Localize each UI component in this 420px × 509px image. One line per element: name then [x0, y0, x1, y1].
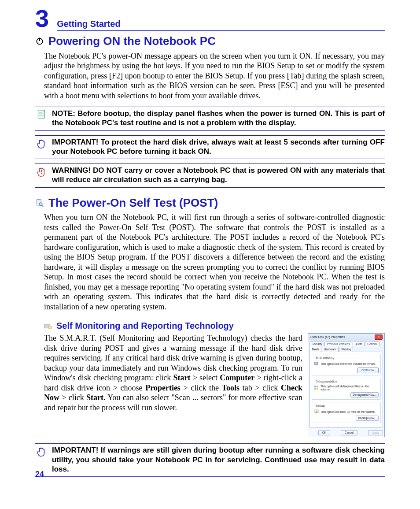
subsection-heading-row: Self Monitoring and Reporting Technology: [44, 320, 385, 331]
defragmentation-group: Defragmentation This option will defragm…: [312, 378, 381, 400]
svg-point-7: [41, 173, 42, 174]
group-title: Defragmentation: [315, 380, 338, 383]
backup-now-button: Backup Now...: [356, 416, 379, 421]
dialog-title: Local Disk (C:) Properties: [310, 335, 345, 339]
section-heading-row: Powering ON the Notebook PC: [35, 34, 385, 48]
important-text: IMPORTANT! If warnings are still given d…: [52, 446, 385, 474]
group-title: Backup: [315, 404, 326, 408]
warning-hand-icon: [37, 166, 46, 178]
group-text: This option will check the volume for er…: [321, 362, 379, 365]
important-callout: IMPORTANT! If warnings are still given d…: [35, 443, 385, 477]
chapter-header: 3 Getting Started: [35, 6, 385, 31]
group-text: This option will defragment files on the…: [321, 385, 379, 391]
section-body: When you turn ON the Notebook PC, it wil…: [44, 212, 385, 312]
section-heading: The Power-On Self Test (POST): [48, 196, 218, 210]
defrag-icon: [314, 385, 319, 390]
properties-dialog-screenshot: Local Disk (C:) Properties × Security Pr…: [308, 333, 385, 437]
tab-sharing: Sharing: [339, 347, 353, 352]
section-heading: Powering ON the Notebook PC: [48, 34, 216, 48]
warning-callout: WARNING! DO NOT carry or cover a Noteboo…: [35, 163, 385, 188]
important-text: IMPORTANT! To protect the hard disk driv…: [52, 137, 385, 156]
dialog-titlebar: Local Disk (C:) Properties ×: [308, 334, 384, 341]
search-document-icon: [35, 198, 44, 207]
power-icon: [35, 37, 44, 45]
important-hand-icon: [37, 446, 46, 457]
subsection-body-row: The S.M.A.R.T. (Self Monitoring and Repo…: [44, 333, 385, 437]
section-body: The Notebook PC's power-ON message appea…: [44, 51, 385, 101]
svg-point-13: [49, 327, 51, 328]
tab-general: General: [365, 342, 379, 346]
chapter-number: 3: [35, 6, 49, 31]
note-callout: NOTE: Before bootup, the display panel f…: [35, 107, 385, 131]
svg-rect-16: [317, 386, 318, 387]
dialog-body: Error-checking This option will check th…: [309, 352, 383, 427]
group-title: Error-checking: [315, 356, 335, 360]
apply-button: Apply: [368, 430, 383, 435]
warning-text: WARNING! DO NOT carry or cover a Noteboo…: [52, 166, 385, 185]
defragment-now-button: Defragment Now...: [350, 392, 379, 398]
svg-rect-17: [314, 388, 316, 390]
tab-previous-versions: Previous Versions: [324, 342, 352, 346]
group-text: This option will back up files on the vo…: [321, 410, 379, 413]
ok-button: OK: [318, 430, 330, 435]
tab-security: Security: [309, 342, 324, 346]
error-checking-group: Error-checking This option will check th…: [312, 354, 381, 375]
tab-tools: Tools: [309, 347, 321, 352]
svg-line-10: [42, 205, 43, 207]
note-text: NOTE: Before bootup, the display panel f…: [52, 109, 385, 128]
backup-icon: [314, 409, 319, 414]
check-disk-icon: [314, 361, 319, 366]
note-icon: [37, 109, 46, 119]
subsection-heading: Self Monitoring and Reporting Technology: [56, 320, 234, 331]
dialog-tab-row: Security Previous Versions Quota General…: [308, 341, 384, 352]
subsection-body: The S.M.A.R.T. (Self Monitoring and Repo…: [44, 333, 302, 437]
tab-hardware: Hardware: [322, 347, 339, 352]
important-hand-icon: [37, 138, 46, 149]
tab-quota: Quota: [353, 342, 365, 346]
manual-page: 3 Getting Started Powering ON the Notebo…: [0, 0, 420, 509]
dialog-footer: OK Cancel Apply: [308, 429, 384, 437]
callout-group: NOTE: Before bootup, the display panel f…: [35, 107, 385, 188]
svg-rect-18: [317, 388, 318, 390]
check-now-button: Check Now...: [357, 368, 379, 373]
backup-group: Backup This option will back up files on…: [312, 402, 381, 423]
svg-rect-15: [314, 386, 316, 387]
svg-rect-8: [37, 199, 41, 205]
cancel-button: Cancel: [341, 430, 357, 435]
chapter-title: Getting Started: [57, 19, 385, 31]
disk-gear-icon: [44, 322, 52, 330]
important-callout: IMPORTANT! To protect the hard disk driv…: [35, 135, 385, 160]
page-number: 24: [35, 469, 44, 479]
section-heading-row: The Power-On Self Test (POST): [35, 196, 385, 210]
callout-group: IMPORTANT! If warnings are still given d…: [35, 443, 385, 477]
close-icon: ×: [375, 334, 383, 340]
